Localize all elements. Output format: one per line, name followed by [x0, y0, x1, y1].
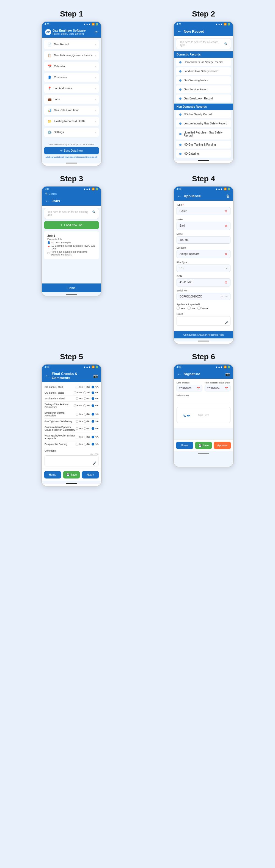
step-2-search[interactable]: Tap here to search for a Record Type 🔍 [176, 38, 231, 49]
sync-button[interactable]: ⟳ Sync Data Now [44, 147, 99, 154]
next-inspection-input[interactable]: 17/07/2024 📅 [204, 385, 230, 392]
back-button-3[interactable]: ← [45, 198, 50, 204]
radio-yes-7[interactable]: Yes [76, 436, 82, 438]
record-warning[interactable]: Gas Warning Notice [176, 76, 231, 84]
radio-yes[interactable]: Yes [176, 307, 185, 310]
print-name-input[interactable] [176, 399, 230, 404]
job-card[interactable]: Job 1 Example Job 👤 Mr John Example 📍 10… [44, 231, 99, 259]
record-leisure[interactable]: Leisure Industry Gas Safety Record [176, 120, 231, 127]
back-button-6[interactable]: ← [177, 372, 182, 377]
input-type[interactable]: Boiler⊗ [176, 207, 230, 215]
radio-yes-6[interactable]: Yes [76, 427, 82, 430]
record-service[interactable]: Gas Service Record [176, 86, 231, 93]
camera-icon-6[interactable]: 📷 [225, 372, 230, 376]
chevron-icon-8: › [95, 120, 96, 123]
step-1-status-bar: 4:20 ▲▲▲ 📶 🔋 [42, 22, 101, 27]
radio-visual[interactable]: Visual [197, 307, 208, 310]
menu-item-addresses[interactable]: 📍Job Addresses › [44, 84, 99, 93]
trash-icon[interactable]: 🗑 [226, 194, 230, 198]
radio-no-2[interactable]: No [84, 397, 90, 400]
menu-item-calendar[interactable]: 📅Calendar › [44, 62, 99, 71]
menu-item-records[interactable]: 📁Existing Records & Drafts › [44, 117, 99, 126]
sync-icon[interactable]: ⟳ [94, 30, 98, 34]
back-button-5[interactable]: ← [45, 373, 50, 378]
save-button-5[interactable]: 💾 Save [63, 471, 80, 478]
input-serial[interactable]: BCP05I100298ZX14 / 20 [176, 293, 230, 300]
input-gcn[interactable]: 41-116-06⊗ [176, 278, 230, 286]
clear-gcn-icon[interactable]: ⊗ [225, 280, 227, 284]
home-button-5[interactable]: Home [44, 471, 61, 478]
radio-yes-0[interactable]: Yes [76, 386, 82, 389]
clear-type-icon[interactable]: ⊗ [225, 209, 227, 213]
radio-na-2[interactable]: N/A [91, 397, 99, 400]
input-make[interactable]: Baxi⊗ [176, 222, 230, 230]
sig-dates: Date of Issue 17/07/2023 📅 Next Inspecti… [176, 381, 230, 392]
back-button-2[interactable]: ← [177, 29, 182, 34]
radio-na-7[interactable]: N/A [91, 436, 99, 438]
radio-no-7[interactable]: No [84, 436, 90, 438]
mic-icon[interactable]: 🎤 [225, 321, 228, 324]
signal-icon-4: ▲▲▲ [215, 188, 223, 190]
radio-fail-1[interactable]: Fail [83, 392, 90, 394]
menu-item-settings[interactable]: ⚙️Settings › [44, 128, 99, 137]
radio-na-0[interactable]: N/A [91, 386, 99, 389]
record-lpg[interactable]: Liquefied Petroleum Gas Safety Record [176, 129, 231, 140]
radio-fail-3[interactable]: Fail [83, 404, 90, 407]
radio-na-1[interactable]: N/A [91, 392, 99, 394]
radio-no-8[interactable]: No [84, 443, 90, 445]
record-nd-testing[interactable]: ND Gas Testing & Purging [176, 141, 231, 149]
radio-pass-1[interactable]: Pass [74, 392, 82, 394]
save-button-6[interactable]: 💾 Save [195, 442, 212, 449]
radio-na-5[interactable]: N/A [91, 420, 99, 423]
radio-na-3[interactable]: N/A [91, 404, 99, 407]
home-indicator-5 [66, 483, 77, 484]
clear-location-icon[interactable]: ⊗ [225, 252, 227, 256]
website-link[interactable]: Visit our website at www.gasengineerssof… [44, 156, 99, 158]
comments-box[interactable]: 🎤 [45, 456, 99, 466]
record-homeowner[interactable]: Homeowner Gas Safety Record [176, 58, 231, 66]
input-model[interactable]: 100 HE [176, 236, 230, 244]
record-nd-catering[interactable]: ND Catering [176, 150, 231, 158]
radio-pass-3[interactable]: Pass [74, 404, 82, 407]
r-na-4 [91, 413, 94, 415]
menu-item-gas-rate[interactable]: 📊Gas Rate Calculator › [44, 106, 99, 115]
date-of-issue-input[interactable]: 17/07/2023 📅 [176, 385, 202, 392]
radio-yes-4[interactable]: Yes [76, 413, 82, 415]
camera-icon-5[interactable]: 📷 [93, 374, 98, 378]
radio-no-4[interactable]: No [84, 413, 90, 415]
home-button-6[interactable]: Home [176, 442, 193, 449]
menu-item-jobs[interactable]: 💼Jobs › [44, 95, 99, 104]
signature-area[interactable]: ∿✒ Sign Here [176, 407, 230, 423]
radio-na-6[interactable]: N/A [91, 427, 99, 430]
back-button-4[interactable]: ← [177, 194, 182, 198]
record-nd-safety[interactable]: ND Gas Safety Record [176, 111, 231, 118]
step-6-phone: 4:23 ▲▲▲ 📶 🔋 ← Signature 📷 Date of Issu [173, 364, 234, 467]
menu-item-customers[interactable]: 👤Customers › [44, 73, 99, 82]
radio-no-6[interactable]: No [84, 427, 90, 430]
radio-na-8[interactable]: N/A [91, 443, 99, 445]
home-indicator-3 [66, 294, 77, 295]
record-breakdown[interactable]: Gas Breakdown Record [176, 94, 231, 102]
approve-button[interactable]: Approve [214, 442, 231, 449]
radio-no-5[interactable]: No [84, 420, 90, 423]
next-inspection-label: Next Inspection Due Date [204, 381, 230, 384]
clear-make-icon[interactable]: ⊗ [225, 224, 227, 228]
step-3-search[interactable]: Tap here to search for an existing Job 🔍 [44, 208, 99, 219]
radio-na-4[interactable]: N/A [91, 413, 99, 415]
select-flue[interactable]: RS∨ [176, 265, 230, 272]
radio-yes-8[interactable]: Yes [76, 443, 82, 445]
menu-item-new-record[interactable]: 📄New Record › [44, 40, 99, 49]
home-button-3[interactable]: Home [42, 283, 101, 292]
radio-yes-2[interactable]: Yes [76, 397, 82, 400]
next-button-5[interactable]: Next › [82, 471, 99, 478]
date-of-issue-label: Date of Issue [176, 381, 202, 384]
radio-yes-5[interactable]: Yes [76, 420, 82, 423]
add-job-button[interactable]: + + Add New Job [44, 221, 99, 229]
input-location[interactable]: Airing Cupboard⊗ [176, 250, 230, 258]
step-4-container: Step 4 4:24 ▲▲▲ 📶 🔋 ← Appliance 🗑 [138, 170, 270, 348]
mic-icon-5[interactable]: 🎤 [93, 462, 97, 465]
radio-no[interactable]: No [188, 307, 195, 310]
menu-item-estimate[interactable]: 📋New Estimate, Quote or Invoice › [44, 51, 99, 60]
radio-no-0[interactable]: No [84, 386, 90, 389]
record-landlord[interactable]: Landlord Gas Safety Record [176, 67, 231, 75]
